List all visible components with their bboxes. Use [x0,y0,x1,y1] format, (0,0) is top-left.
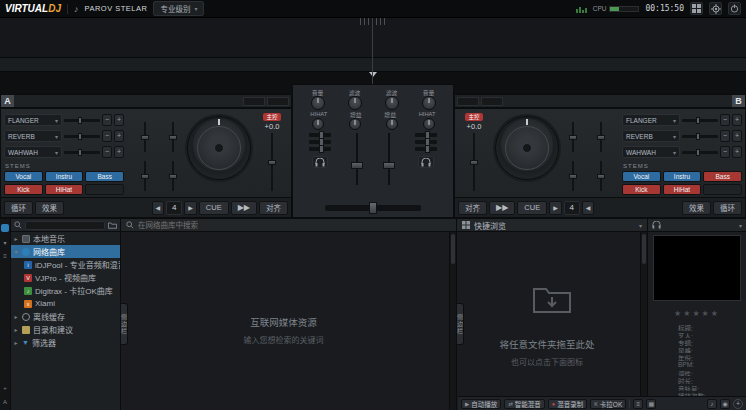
effect-on-button[interactable]: + [114,114,124,126]
effect-param-slider[interactable] [64,151,100,154]
karaoke-button[interactable]: K卡拉OK [590,399,626,409]
sidebar-search-input[interactable] [25,221,105,230]
stem-instru-button[interactable]: Instru [45,171,84,182]
zoom-in-icon[interactable]: + [1,384,9,392]
param-slider[interactable] [597,122,605,152]
loop-double-button[interactable]: ▶ [549,201,562,215]
volume-fader-ch1[interactable] [351,133,363,185]
sidebar-item-offline-cache[interactable]: ▸ 离线缓存 [11,310,120,323]
headphone-cue-button-ch1[interactable] [312,156,328,168]
eq-high-slider[interactable] [309,133,331,137]
deck-b-jog-wheel[interactable] [495,116,559,180]
effect-on-button[interactable]: + [114,130,124,142]
pads-tab-effects[interactable]: 效果 [682,201,711,215]
stem-instru-button[interactable]: Instru [663,171,702,182]
effect-on-button[interactable]: + [114,146,124,158]
sideview-toggle-icon[interactable] [1,224,9,232]
effect-param-slider[interactable] [64,119,100,122]
sidebar-item-digitrax[interactable]: ♪ Digitrax - 卡拉OK曲库 [11,284,120,297]
stem-vocal-button[interactable]: Vocal [622,171,661,182]
stem-bass-button[interactable]: Bass [703,171,742,182]
effect-param-slider[interactable] [682,119,718,122]
camera-icon[interactable]: ◉ [720,399,730,409]
effect-param-slider[interactable] [682,151,718,154]
sidebar-item-xiami[interactable]: x Xiami [11,297,120,310]
effect-prev-button[interactable]: − [720,146,730,158]
pads-tab-loop[interactable]: 循环 [4,201,33,215]
effect-param-slider[interactable] [682,135,718,138]
sidebar-item-filters[interactable]: ▸ ▼ 筛选器 [11,336,120,349]
effect-prev-button[interactable]: − [102,114,112,126]
fx-knob-right[interactable] [423,118,435,130]
param-slider[interactable] [169,161,177,191]
stem-bass-button[interactable]: Bass [85,171,124,182]
record-button[interactable]: ●混音录制 [548,399,587,409]
cue-button[interactable]: CUE [199,201,229,215]
effect-prev-button[interactable]: − [720,114,730,126]
waveform-overview[interactable] [0,18,746,58]
effect-prev-button[interactable]: − [720,130,730,142]
grid-icon[interactable]: ▦ [646,399,656,409]
sidebar-item-vjpro[interactable]: V VJPro - 视频曲库 [11,271,120,284]
add-button[interactable]: + [733,399,743,409]
stem-kick-button[interactable]: Kick [622,184,661,195]
pitch-slider[interactable] [268,133,276,191]
stem-vocal-button[interactable]: Vocal [4,171,43,182]
sidebar-search-bar[interactable] [11,219,120,232]
browser-search-input[interactable] [138,221,451,230]
param-slider[interactable] [169,122,177,152]
waveform-strip[interactable] [0,58,746,72]
eq-mid-slider[interactable] [415,140,437,144]
effect-select[interactable]: FLANGER▾ [622,114,680,126]
list-view-icon[interactable]: ≡ [1,252,9,260]
loop-double-button[interactable]: ▶ [184,201,197,215]
skill-mode-dropdown[interactable]: 专业级别 ▾ [153,1,204,16]
sync-button[interactable]: 对齐 [458,201,487,215]
pin-icon[interactable]: ▾ [639,222,642,229]
stem-kick-button[interactable]: Kick [4,184,43,195]
expander-icon[interactable]: ▸ [13,313,19,320]
list-icon[interactable]: ≡ [633,399,643,409]
chevron-down-icon[interactable]: ▾ [739,222,742,229]
play-button[interactable]: ▶▶ [231,201,257,215]
effect-on-button[interactable]: + [732,114,742,126]
effect-select[interactable]: WAHWAH▾ [622,146,680,158]
pads-tab-loop[interactable]: 循环 [713,201,742,215]
deck-a-jog-wheel[interactable] [187,116,251,180]
effect-select[interactable]: REVERB▾ [4,130,62,142]
param-slider[interactable] [141,122,149,152]
fx-knob-left[interactable] [312,118,324,130]
effect-prev-button[interactable]: − [102,146,112,158]
rating-stars[interactable]: ★★★★★ [648,309,746,318]
headphone-cue-button-ch2[interactable] [418,156,434,168]
loop-halve-button[interactable]: ◀ [582,201,595,215]
filter-knob-ch1[interactable] [348,96,362,110]
effect-select[interactable]: FLANGER▾ [4,114,62,126]
smartmix-button[interactable]: ⇄智能混音 [504,399,545,409]
pitch-slider[interactable] [470,133,478,191]
effect-on-button[interactable]: + [732,130,742,142]
effect-select[interactable]: WAHWAH▾ [4,146,62,158]
play-button[interactable]: ▶▶ [489,201,515,215]
sidebar-splitter-handle[interactable]: 侧边栏 [120,303,128,345]
cue-button[interactable]: CUE [517,201,547,215]
param-slider[interactable] [569,161,577,191]
gain-knob-ch2[interactable] [386,118,398,130]
eq-high-slider[interactable] [415,133,437,137]
eq-low-slider[interactable] [309,147,331,151]
browser-search-bar[interactable] [121,219,456,232]
effect-prev-button[interactable]: − [102,130,112,142]
sidebar-item-idjpool[interactable]: i iDJPool - 专业音频和混音 [11,258,120,271]
eq-low-slider[interactable] [415,147,437,151]
effect-select[interactable]: REVERB▾ [622,130,680,142]
expander-icon[interactable]: ▸ [13,326,19,333]
pads-tab-effects[interactable]: 效果 [35,201,64,215]
sync-button[interactable]: 对齐 [259,201,288,215]
param-slider[interactable] [569,122,577,152]
volume-fader-ch2[interactable] [383,133,395,185]
gain-knob-ch1[interactable] [349,118,361,130]
fx-volume-knob-left[interactable] [311,96,325,110]
vertical-scrollbar[interactable] [640,232,647,410]
waveform-display[interactable] [0,18,746,94]
crossfader[interactable] [325,205,421,211]
